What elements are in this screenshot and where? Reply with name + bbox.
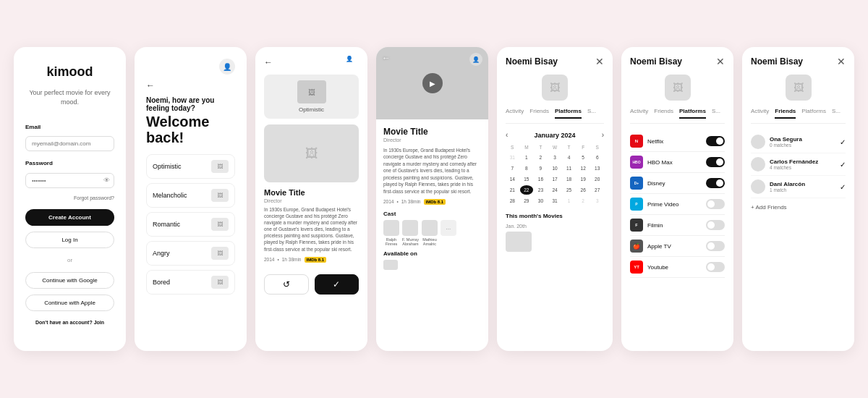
monthly-movie-thumb <box>506 232 532 252</box>
mood-item-bored[interactable]: Bored 🖼 <box>146 270 235 295</box>
tab-platforms-fr[interactable]: Platforms <box>801 108 826 119</box>
tab-activity[interactable]: Activity <box>506 108 524 119</box>
cast-item-ralph: RalphFinnes <box>383 220 399 246</box>
user-icon-card[interactable]: 👤 <box>346 56 359 69</box>
hbo-logo: HBO <box>630 156 643 169</box>
apple-logo: 🍎 <box>630 240 643 253</box>
email-label: Email <box>25 124 41 130</box>
detail-imdb-badge: IMDb 8.1 <box>424 199 446 205</box>
tab-more-plat[interactable]: S... <box>712 108 720 119</box>
close-friends-button[interactable]: ✕ <box>837 56 846 67</box>
movie-description: In 1930s Europe, Grand Budapest Hotel's … <box>264 206 359 253</box>
mood-item-angry[interactable]: Angry 🖼 <box>146 241 235 266</box>
cast-avatar-more: ... <box>441 220 456 236</box>
cast-item-more[interactable]: ... <box>441 220 456 246</box>
screen-calendar: Noemi Bisay ✕ 🖼 Activity Friends Platfor… <box>497 47 613 351</box>
cal-week-5: 28 29 30 31 1 2 3 <box>506 196 604 206</box>
close-calendar-button[interactable]: ✕ <box>595 56 604 67</box>
netflix-toggle[interactable] <box>706 136 725 146</box>
cal-week-1: 31 1 2 3 4 5 6 <box>506 153 604 162</box>
friend-name-ona: Ona Segura <box>770 136 802 143</box>
platform-apple: 🍎 Apple TV <box>630 236 725 257</box>
user-hero-icon[interactable]: 👤 <box>469 53 482 66</box>
screen-login: kimood Your perfect movie for every mood… <box>14 47 126 351</box>
movie-thumb-row <box>506 232 604 252</box>
platforms-tabs: Activity Friends Platforms S... <box>630 108 725 124</box>
friend-name-dani: Dani Alarcón <box>770 181 805 187</box>
tab-platforms-cal[interactable]: Platforms <box>555 108 582 119</box>
prime-toggle[interactable] <box>706 199 725 209</box>
mood-item-melancholic[interactable]: Melancholic 🖼 <box>146 183 235 208</box>
movie-info: Movie Title Director In 1930s Europe, Gr… <box>264 188 359 263</box>
refresh-button[interactable]: ↺ <box>264 274 309 295</box>
login-button[interactable]: Log In <box>25 232 114 248</box>
user-icon[interactable]: 👤 <box>219 59 235 75</box>
or-divider: or <box>67 257 72 263</box>
google-login-button[interactable]: Continue with Google <box>25 272 114 289</box>
tab-more-fr[interactable]: S... <box>832 108 841 119</box>
filmin-toggle[interactable] <box>706 220 725 230</box>
cast-avatar-ralph <box>383 220 399 236</box>
close-platforms-button[interactable]: ✕ <box>716 56 725 67</box>
mood-item-optimistic[interactable]: Optimistic 🖼 <box>146 154 235 179</box>
play-button[interactable]: ▶ <box>422 73 443 93</box>
back-nav-icon[interactable]: ← <box>264 57 273 67</box>
friend-avatar-dani <box>751 179 765 194</box>
show-password-icon[interactable]: 👁 <box>103 177 110 184</box>
tab-friends[interactable]: Friends <box>529 108 549 119</box>
youtube-name: Youtube <box>647 264 668 271</box>
prime-name: Prime Video <box>647 201 678 208</box>
tab-activity-fr[interactable]: Activity <box>751 108 769 119</box>
back-hero-icon[interactable]: ← <box>382 53 391 66</box>
mood-item-romantic[interactable]: Romantic 🖼 <box>146 212 235 237</box>
tab-activity-plat[interactable]: Activity <box>630 108 648 119</box>
youtube-toggle[interactable] <box>706 262 725 272</box>
disney-name: Disney <box>647 180 665 187</box>
mood-thumb-optimistic: 🖼 <box>211 160 229 173</box>
tab-friends-plat[interactable]: Friends <box>654 108 673 119</box>
apple-login-button[interactable]: Continue with Apple <box>25 295 114 311</box>
cal-next-button[interactable]: › <box>602 131 604 139</box>
cast-name-ralph: RalphFinnes <box>386 237 398 246</box>
create-account-button[interactable]: Create Account <box>25 209 114 226</box>
signup-link: Don't have an account? Join <box>35 320 104 325</box>
movie-role: Director <box>264 198 359 203</box>
selected-mood-card: 🖼 Optimistic <box>264 75 359 119</box>
back-arrow[interactable]: ← <box>146 80 235 90</box>
calendar-today[interactable]: 22 <box>520 185 534 195</box>
detail-description: In 1930s Europe, Grand Budapest Hotel's … <box>383 147 481 195</box>
filmin-name: Filmin <box>647 222 663 229</box>
friend-avatar-ona <box>751 135 765 149</box>
screens-container: kimood Your perfect movie for every mood… <box>0 33 868 365</box>
app-logo: kimood <box>46 64 93 80</box>
screen-platforms: Noemi Bisay ✕ 🖼 Activity Friends Platfor… <box>621 47 733 351</box>
password-input[interactable] <box>25 173 114 188</box>
calendar-profile-name: Noemi Bisay <box>506 56 558 67</box>
cast-name-mathieu: MathieuAmalric <box>422 237 437 246</box>
cal-prev-button[interactable]: ‹ <box>506 131 508 139</box>
friend-info-dani: Dani Alarcón 1 match <box>770 181 805 192</box>
welcome-title: Welcome back! <box>146 114 235 145</box>
platform-netflix: N Netflix <box>630 131 725 152</box>
apple-toggle[interactable] <box>706 241 725 251</box>
cast-name-murray: F. MurrayAbraham <box>402 237 419 246</box>
netflix-name: Netflix <box>647 138 663 145</box>
screen-movie-card: ← 👤 🖼 Optimistic 🖼 Movie Title Director … <box>255 47 367 351</box>
detail-movie-title: Movie Title <box>383 127 481 137</box>
forgot-password-link[interactable]: Forgot password? <box>74 195 114 200</box>
platforms-profile-name: Noemi Bisay <box>630 56 682 67</box>
platforms-header: Noemi Bisay ✕ <box>630 56 725 67</box>
disney-toggle[interactable] <box>706 178 725 188</box>
movie-detail-content: Movie Title Director In 1930s Europe, Gr… <box>376 119 488 351</box>
detail-director: Director <box>383 137 481 143</box>
tab-more-cal[interactable]: S... <box>587 108 596 119</box>
selected-mood-image: 🖼 <box>297 80 326 103</box>
tab-platforms-plat[interactable]: Platforms <box>679 108 706 119</box>
confirm-button[interactable]: ✓ <box>315 274 359 295</box>
cast-label: Cast <box>383 211 481 217</box>
hbo-toggle[interactable] <box>706 157 725 167</box>
email-input[interactable] <box>25 136 114 151</box>
movie-meta: 2014 • 1h 38min IMDb 8.1 <box>264 257 359 263</box>
add-friends-button[interactable]: + Add Friends <box>751 204 846 211</box>
tab-friends-fr[interactable]: Friends <box>775 108 796 119</box>
